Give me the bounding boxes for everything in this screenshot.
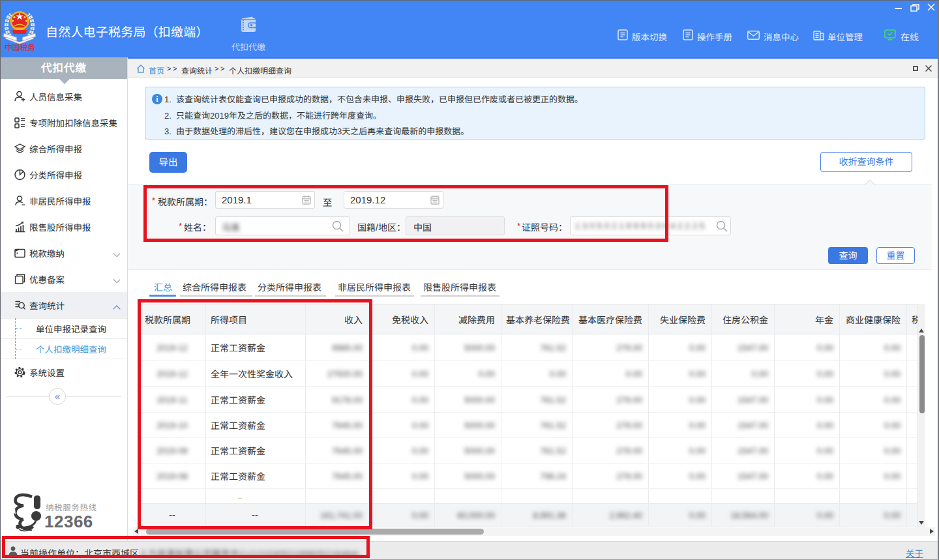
svg-text:中国税务: 中国税务 bbox=[5, 41, 35, 52]
